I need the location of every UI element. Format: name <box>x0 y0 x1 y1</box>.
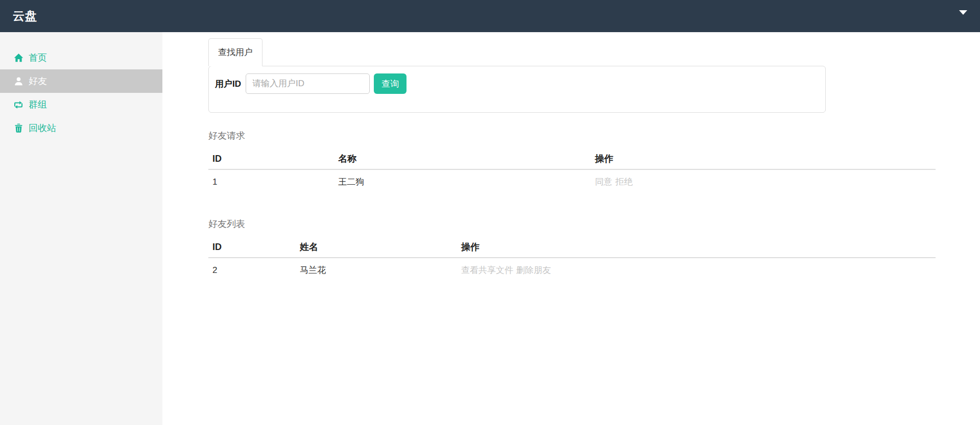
user-id-label: 用户ID <box>215 78 241 90</box>
column-header-actions: 操作 <box>457 237 936 258</box>
column-header-name: 姓名 <box>296 237 457 258</box>
friend-actions-cell: 查看共享文件删除朋友 <box>457 258 936 282</box>
friend-id-cell: 2 <box>208 258 296 282</box>
sidebar-item-label: 好友 <box>29 75 47 87</box>
user-icon <box>13 77 23 86</box>
sidebar-item-label: 首页 <box>29 52 47 64</box>
column-header-actions: 操作 <box>591 148 936 169</box>
main-content: 查找用户 用户ID 查询 好友请求 ID 名称 操作 1 王二狗 <box>162 32 980 425</box>
friend-name-cell: 马兰花 <box>296 258 457 282</box>
request-id-cell: 1 <box>208 169 334 194</box>
view-shared-files-link[interactable]: 查看共享文件 <box>461 265 513 275</box>
sidebar-item-home[interactable]: 首页 <box>0 46 162 69</box>
reject-link[interactable]: 拒绝 <box>615 177 633 187</box>
sidebar-item-groups[interactable]: 群组 <box>0 93 162 116</box>
sidebar-item-friends[interactable]: 好友 <box>0 69 162 93</box>
accept-link[interactable]: 同意 <box>595 177 612 187</box>
sidebar-item-recycle[interactable]: 回收站 <box>0 116 162 140</box>
friend-requests-table: ID 名称 操作 1 王二狗 同意拒绝 <box>208 148 936 194</box>
caret-down-icon[interactable] <box>959 10 967 15</box>
home-icon <box>13 53 23 63</box>
tab-find-user[interactable]: 查找用户 <box>208 38 262 66</box>
sidebar-item-label: 群组 <box>29 98 47 111</box>
query-button[interactable]: 查询 <box>374 73 407 94</box>
app-brand[interactable]: 云盘 <box>13 8 37 24</box>
trash-icon <box>13 123 23 133</box>
request-actions-cell: 同意拒绝 <box>591 169 936 194</box>
sidebar: 首页 好友 群组 <box>0 32 162 425</box>
top-navbar: 云盘 <box>0 0 980 32</box>
table-row: 2 马兰花 查看共享文件删除朋友 <box>208 258 936 282</box>
friend-requests-title: 好友请求 <box>208 130 936 142</box>
friend-list-title: 好友列表 <box>208 218 936 230</box>
column-header-name: 名称 <box>334 148 591 169</box>
retweet-icon <box>13 101 23 109</box>
column-header-id: ID <box>208 237 296 258</box>
table-row: 1 王二狗 同意拒绝 <box>208 169 936 194</box>
sidebar-item-label: 回收站 <box>29 122 56 134</box>
friend-list-table: ID 姓名 操作 2 马兰花 查看共享文件删除朋友 <box>208 237 936 282</box>
column-header-id: ID <box>208 148 334 169</box>
delete-friend-link[interactable]: 删除朋友 <box>516 265 551 275</box>
search-user-panel: 用户ID 查询 <box>208 66 826 113</box>
request-name-cell: 王二狗 <box>334 169 591 194</box>
user-id-input[interactable] <box>246 73 370 94</box>
